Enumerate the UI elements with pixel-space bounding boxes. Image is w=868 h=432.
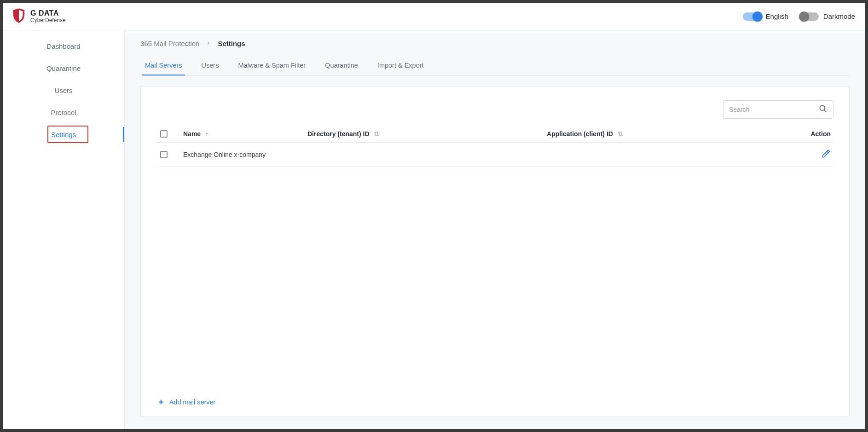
language-label: English: [766, 12, 788, 20]
add-mail-server-button[interactable]: + Add mail server: [156, 397, 833, 407]
language-toggle[interactable]: English: [743, 12, 788, 21]
column-header-application[interactable]: Application (client) ID ⇅: [543, 125, 736, 143]
sidebar-item-users[interactable]: Users: [3, 79, 124, 101]
search-input[interactable]: [723, 100, 833, 119]
sidebar: Dashboard Quarantine Users Protocol Sett…: [3, 30, 125, 429]
darkmode-label: Darkmode: [823, 12, 855, 20]
sidebar-item-label: Protocol: [51, 109, 76, 116]
language-switch[interactable]: [743, 12, 761, 21]
sidebar-item-label: Users: [54, 86, 72, 94]
sidebar-item-label: Quarantine: [46, 64, 81, 72]
edit-button[interactable]: [822, 149, 831, 160]
darkmode-toggle[interactable]: Darkmode: [800, 12, 855, 21]
sort-asc-icon: ↑: [205, 130, 208, 138]
svg-point-0: [820, 105, 825, 110]
add-mail-server-label: Add mail server: [169, 398, 216, 406]
cell-name: Exchange Online x-company: [179, 143, 304, 167]
sidebar-item-dashboard[interactable]: Dashboard: [3, 35, 124, 57]
tab-import-export[interactable]: Import & Export: [375, 56, 427, 75]
cell-application: [543, 143, 736, 167]
sidebar-item-label: Settings: [51, 131, 76, 138]
brand-sub: CyberDefense: [30, 17, 66, 23]
breadcrumb-current: Settings: [218, 40, 245, 47]
panel: Name ↑ Directory (tenant) ID ⇅ Applicati…: [140, 86, 850, 416]
darkmode-switch[interactable]: [800, 12, 819, 21]
row-checkbox[interactable]: [160, 151, 168, 158]
plus-icon: +: [158, 397, 164, 407]
brand: G DATA CyberDefense: [11, 8, 66, 25]
sidebar-item-settings[interactable]: Settings: [3, 123, 124, 145]
table-row: Exchange Online x-company: [156, 143, 833, 167]
breadcrumb-parent[interactable]: 365 Mail Protection: [140, 40, 199, 47]
column-header-directory[interactable]: Directory (tenant) ID ⇅: [304, 125, 543, 143]
pencil-icon: [822, 149, 831, 160]
select-all-checkbox[interactable]: [160, 130, 168, 138]
search-field[interactable]: [729, 106, 815, 113]
tab-mail-servers[interactable]: Mail Servers: [142, 56, 185, 75]
tab-malware-spam[interactable]: Malware & Spam Filter: [235, 56, 308, 75]
breadcrumb: 365 Mail Protection Settings: [140, 30, 850, 56]
mail-servers-table: Name ↑ Directory (tenant) ID ⇅ Applicati…: [156, 125, 833, 167]
cell-directory: [304, 143, 543, 167]
column-header-name[interactable]: Name ↑: [179, 125, 304, 143]
sort-icon: ⇅: [374, 130, 379, 138]
tab-quarantine[interactable]: Quarantine: [322, 56, 361, 75]
tabs: Mail Servers Users Malware & Spam Filter…: [140, 56, 850, 76]
search-icon: [818, 104, 827, 115]
tab-users[interactable]: Users: [199, 56, 222, 75]
sidebar-item-quarantine[interactable]: Quarantine: [3, 57, 124, 79]
header: G DATA CyberDefense English Darkmode: [3, 3, 865, 30]
chevron-right-icon: [206, 40, 211, 47]
brand-shield-icon: [11, 8, 27, 25]
sidebar-item-label: Dashboard: [46, 42, 80, 50]
column-header-action: Action: [736, 125, 833, 143]
sidebar-item-protocol[interactable]: Protocol: [3, 101, 124, 123]
brand-title: G DATA: [30, 10, 66, 17]
svg-line-1: [824, 110, 827, 112]
main: 365 Mail Protection Settings Mail Server…: [125, 30, 865, 429]
sort-icon: ⇅: [618, 130, 623, 138]
